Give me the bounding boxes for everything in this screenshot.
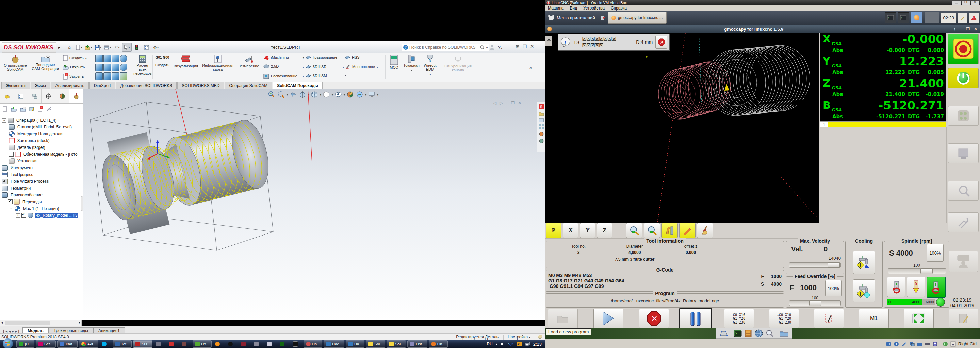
help-menu-button[interactable]: ?	[498, 44, 502, 50]
taskbar-item[interactable]	[226, 340, 237, 347]
logo-flyout-button[interactable]: ▸	[55, 43, 64, 51]
save-button[interactable]	[94, 43, 102, 51]
dimensions-button[interactable]	[662, 223, 678, 238]
tree-item[interactable]: 4x_Rotary_model ...T3	[2, 212, 83, 219]
taskbar-item[interactable]: SO...	[133, 340, 153, 348]
virtualbox-titlebar[interactable]: LinuxCNC [Работает] - Oracle VM VirtualB…	[545, 0, 980, 5]
machine-on-button[interactable]	[948, 68, 978, 89]
taskbar-item[interactable]	[180, 340, 191, 347]
search-scope-caret[interactable]	[486, 45, 488, 50]
tree-expand-toggle[interactable]	[2, 200, 6, 204]
dro-axis-row[interactable]: Y G54 12.223 Abs 12.223 DTG 0.005	[820, 55, 946, 77]
mist-coolant-button[interactable]	[853, 251, 875, 274]
taskbar-item[interactable]	[100, 340, 111, 347]
feed-reset-100-button[interactable]: 100%	[825, 280, 842, 296]
graphics-viewport[interactable]: + ◁ ▷ – ❐ ✕ S	[83, 89, 545, 320]
edit-program-button[interactable]	[814, 308, 844, 328]
tray-network-icon[interactable]	[525, 342, 530, 346]
dock-shape-icon[interactable]	[720, 330, 728, 337]
tree-item[interactable]: Станок (gMill_Fadal_5x_eval)	[2, 124, 83, 131]
tab-displaymanager[interactable]	[56, 89, 69, 103]
tray-volume-icon[interactable]	[500, 342, 505, 346]
status-configuration[interactable]: Настройка ▴	[503, 335, 535, 340]
ribbon-hss[interactable]: HSS	[344, 55, 360, 60]
tree-item[interactable]: Менеджер Ноля детали	[2, 131, 83, 137]
ribbon-mco[interactable]: MCO	[387, 54, 401, 69]
taskbar-item[interactable]	[213, 340, 224, 347]
commandmanager-tab[interactable]: Операция SolidCAM	[225, 82, 272, 89]
ribbon-recent-cam-operations[interactable]: Последние CAM-Операции	[31, 54, 59, 71]
load-program-button[interactable]	[548, 308, 578, 328]
taskbar-item[interactable]: Sol...	[387, 340, 406, 348]
taskbar-item[interactable]: 4-я...	[79, 340, 98, 348]
commandmanager-tab[interactable]: DimXpert	[89, 82, 115, 89]
run-from-line-button[interactable]: ↓G0 X10 G1 Y20 G1 Z30	[769, 308, 799, 328]
ribbon-calculate-all[interactable]: Расчет всех переходов	[134, 54, 152, 76]
taskbar-item[interactable]: List...	[407, 340, 427, 348]
commandmanager-tab[interactable]: Элементы	[2, 82, 30, 89]
tree-item[interactable]: Заготовка (stock)	[2, 137, 83, 144]
tree-checkbox[interactable]	[8, 199, 13, 204]
preview-side-tab[interactable]	[546, 36, 552, 46]
tab-dimxpertmanager[interactable]	[41, 89, 56, 103]
tray-weather-badge[interactable]: 5,2	[508, 342, 513, 346]
home-button[interactable]: ⌂	[65, 43, 74, 51]
commandmanager-tab[interactable]: SOLIDWORKS MBD	[177, 82, 224, 89]
gm-maximize-button[interactable]: ❐	[966, 27, 970, 31]
tab-propertymanager[interactable]	[14, 89, 28, 103]
view-p-button[interactable]: P	[546, 223, 562, 238]
zoom-out-button[interactable]: −	[644, 223, 660, 238]
tab-configurationmanager[interactable]	[28, 89, 42, 103]
new-document-button[interactable]	[75, 43, 83, 51]
message-close-button[interactable]: ✕	[655, 36, 667, 49]
ribbon-gcode-generate[interactable]: G01 G00 Создать	[154, 56, 171, 67]
rebuild-traffic-light-button[interactable]	[132, 43, 141, 51]
scroll-right-arrow[interactable]: ▸	[79, 321, 81, 324]
cam-settings-wrench-icon[interactable]	[46, 106, 51, 112]
dock-browser-icon[interactable]	[755, 329, 763, 337]
start-button[interactable]	[2, 338, 14, 348]
vbox-close-button[interactable]: ✕	[971, 1, 979, 5]
cam-close-icon[interactable]: x	[38, 106, 43, 112]
step-button[interactable]: G0 X10G1 Y20G1 Z30	[724, 308, 754, 328]
ribbon-close-button[interactable]: x Закрыть	[63, 73, 84, 79]
ribbon-recognize[interactable]: Распознавание	[263, 73, 298, 79]
taskbar-item[interactable]	[265, 340, 276, 347]
ribbon-measure[interactable]: Измерение	[239, 56, 260, 68]
cam-recent-icon[interactable]	[20, 107, 26, 112]
vbox-menu-help[interactable]: Справка	[611, 6, 627, 11]
ribbon-new-button[interactable]: Создать	[63, 55, 87, 61]
feed-override-slider[interactable]	[789, 301, 841, 306]
dro-axis-row[interactable]: X G54 -0.000 Abs -0.000 DTG 0.000	[820, 33, 946, 55]
edit-gcode-button[interactable]	[679, 223, 695, 238]
tree-item[interactable]: Мас 1 (1- Позиция)	[2, 205, 83, 212]
ribbon-open-button[interactable]: Открыть	[63, 64, 85, 70]
undo-button[interactable]: ↶	[113, 43, 121, 51]
taskbar-item[interactable]: Кал...	[57, 340, 78, 348]
commandmanager-tab[interactable]: Эскиз	[30, 82, 50, 89]
max-velocity-slider[interactable]	[789, 263, 841, 268]
spindle-ccw-button[interactable]	[887, 277, 905, 297]
multiaxis-more-caret[interactable]	[344, 73, 346, 77]
help-search-box[interactable]: ? Поиск в Справке по SOLIDWORKS	[401, 43, 489, 51]
taskbar-item[interactable]	[291, 340, 302, 347]
run-program-button[interactable]	[593, 308, 624, 328]
panel-terminal-icon-2[interactable]: >_	[898, 12, 909, 23]
gcode-view-empty[interactable]	[820, 127, 947, 223]
open-button[interactable]	[84, 43, 93, 51]
fullscreen-button[interactable]	[904, 308, 934, 328]
commandmanager-tab[interactable]: SolidCAM Переходы	[272, 82, 323, 89]
taskbar-item[interactable]: Нас...	[324, 340, 344, 348]
tray-clock[interactable]: 2:23	[533, 342, 542, 346]
window-list-button-gmoccapy[interactable]: gmoccapy for linuxcnc ...	[608, 11, 667, 24]
ribbon-engrave[interactable]: Гравирование	[302, 55, 337, 60]
taskbar-item[interactable]: Без...	[36, 340, 56, 348]
vbox-minimize-button[interactable]: ▁	[953, 1, 961, 5]
vbox-restore-button[interactable]: ❐	[962, 1, 970, 5]
sheet-tab[interactable]: Трехмерные виды	[49, 327, 93, 334]
taskbar-item[interactable]: µT...	[16, 340, 34, 348]
panel-notes-icon[interactable]	[958, 13, 967, 23]
ribbon-cam-parts-grid[interactable]	[92, 54, 130, 81]
ribbon-25d[interactable]: 2.5D	[263, 64, 279, 69]
ribbon-multiaxis[interactable]: Многоосевое	[342, 64, 378, 69]
